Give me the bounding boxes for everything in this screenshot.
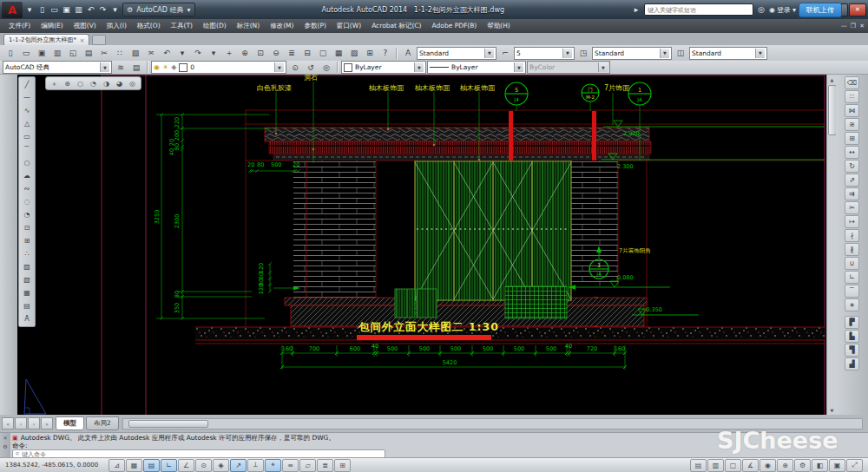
table-style-combo[interactable]: Standard▼ [689,47,767,60]
stretch-icon[interactable]: ⇉ [845,187,859,200]
menu-item[interactable]: 格式(O) [132,22,166,30]
workspace-combo[interactable]: ⚙ AutoCAD 经典 ▾ [122,3,195,16]
doc-restore-icon[interactable]: ❐ [851,23,856,30]
region-icon[interactable]: ▦ [20,286,34,299]
revcloud-icon[interactable]: ☁ [20,169,34,182]
file-tab-close-icon[interactable]: ✕ [80,37,84,43]
sheetset-manager-icon[interactable]: ▦ [331,46,346,60]
tool-palettes-icon[interactable]: ▢ [315,46,331,60]
linetype-combo[interactable]: ByLayer ▼ [427,61,526,74]
orbit-icon[interactable]: ◔ [88,78,99,89]
plot-preview-icon[interactable]: ◱ [65,46,81,60]
coordinate-readout[interactable]: 1384.5242, -485.0615, 0.0000 [5,462,108,469]
tab-last-button[interactable]: » [41,417,53,429]
annotation-visibility-button[interactable]: ◉ [760,459,776,472]
redo-icon[interactable]: ↷ [97,3,108,16]
menu-item[interactable]: 窗口(W) [332,22,366,30]
copy-icon[interactable]: ∷ [845,90,859,103]
rotate-icon[interactable]: ↻ [845,160,859,173]
hatch-icon[interactable]: ▨ [20,260,34,273]
color-combo[interactable]: ByLayer ▼ [341,61,426,74]
annotation-autoscale-button[interactable]: ⊕ [777,459,793,472]
table-icon[interactable]: ▤ [20,299,34,312]
clean-screen-button[interactable]: ⤢ [846,459,863,472]
layer-lock-icon[interactable]: ◈ [171,63,176,71]
layer-isolate-icon[interactable]: ◎ [319,61,334,75]
save-icon[interactable]: ▣ [34,46,49,60]
infocenter-arrow-icon[interactable]: ▸ [631,5,641,14]
command-grip[interactable]: ✕ ⚙ [0,433,10,458]
menu-item[interactable]: 标注(N) [232,22,265,30]
make-object-layer-current-icon[interactable]: ⊙ [287,61,303,75]
mleader-style-icon[interactable]: ◳ [575,46,591,60]
dim-style-icon[interactable]: ⌐ [497,46,513,60]
construction-line-icon[interactable]: — [20,91,34,104]
online-upload-button[interactable]: 联机上传 [799,3,842,17]
menu-item[interactable]: 文件(F) [3,22,36,30]
performance-button[interactable]: ▣ [829,459,845,472]
zoom-window-icon[interactable]: ⊡ [253,46,268,60]
offset-icon[interactable]: ≋ [845,118,859,131]
erase-icon[interactable]: ⌫ [845,76,859,89]
quickcalc-icon[interactable]: ⊞ [362,46,378,60]
model-space-button[interactable]: ▤ [690,459,707,472]
pan-icon[interactable]: ＋ [221,46,237,60]
command-tools-icon[interactable]: ⌗ [16,450,19,457]
object-snap-tracking-toggle[interactable]: ↗ [230,459,247,472]
dynamic-ucs-toggle[interactable]: ⟂ [247,459,264,472]
signin-button[interactable]: ◉ 登录 ▾ [769,5,796,15]
show-motion-icon[interactable]: ◕ [114,78,125,89]
zoom-extents-icon[interactable]: ⊕ [62,78,73,89]
table-style-icon[interactable]: ◫ [673,46,688,60]
markup-manager-icon[interactable]: ▨ [346,46,362,60]
menu-item[interactable]: 参数(P) [299,22,331,30]
menu-item[interactable]: 插入(I) [102,22,132,30]
open-icon[interactable]: ▭ [18,46,34,60]
qnew-icon[interactable]: ▯ [3,46,18,60]
layer-previous-icon[interactable]: ↺ [303,61,319,75]
open-icon[interactable]: ▭ [49,3,60,16]
model-tab[interactable]: 模型 [56,416,84,430]
search-input[interactable] [644,3,753,16]
lineweight-toggle[interactable]: ≡ [282,459,299,472]
logo-dropdown-icon[interactable]: ▾ [24,5,35,14]
menu-item[interactable]: 视图(V) [69,22,102,30]
layer-combo[interactable]: ◉ ☀ ◈ 0 ▼ [151,61,286,74]
tab-first-button[interactable]: « [2,417,14,429]
cut-icon[interactable]: ✂ [96,46,112,60]
menu-item[interactable]: Acrobat 标记(C) [366,22,426,30]
horizontal-scroll-thumb[interactable] [128,420,208,428]
full-nav-icon[interactable]: ◎ [127,78,138,89]
search-icon[interactable]: ◎ [756,5,766,14]
polar-tracking-toggle[interactable]: ∠ [178,459,194,472]
text-style-combo[interactable]: Standard▼ [417,47,496,60]
circle-icon[interactable]: ○ [20,156,34,169]
menu-item[interactable]: 帮助(H) [482,22,516,30]
menu-item[interactable]: Adobe PDF(B) [427,22,483,30]
polygon-icon[interactable]: △ [20,117,34,130]
pan-circle-icon[interactable]: ＋ [49,78,60,89]
quick-view-layouts-button[interactable]: ▥ [707,459,724,472]
polyline-icon[interactable]: ∿ [20,104,34,117]
annotation-scale-button[interactable]: ∡ [742,459,759,472]
bring-above-icon[interactable]: ▜ [845,344,859,357]
mleader-style-combo[interactable]: Standard▼ [592,47,672,60]
menu-item[interactable]: 绘图(D) [198,22,232,30]
match-properties-icon[interactable]: ≍ [143,46,159,60]
drawing-canvas[interactable]: 白色乳胶漆 洞石 柚木板饰面 柚木板饰面 柚木板饰面 7片饰面 7片装饰阳角 [17,75,826,415]
infer-constraints-toggle[interactable]: ⊿ [108,459,125,472]
spline-icon[interactable]: ∾ [20,182,34,195]
trim-icon[interactable]: ✂ [845,201,859,214]
mtext-icon[interactable]: A [20,312,34,325]
array-icon[interactable]: ⊞ [845,132,859,145]
designcenter-icon[interactable]: ⊟ [299,46,315,60]
publish-icon[interactable]: ▤ [81,46,96,60]
help-icon[interactable]: ? [378,46,393,60]
send-under-icon[interactable]: ▟ [845,357,859,370]
steering-icon[interactable]: ◑ [101,78,112,89]
insert-block-icon[interactable]: ⊡ [20,221,34,234]
object-snap-toggle[interactable]: ⊙ [195,459,212,472]
command-close-icon[interactable]: ✕ [3,435,7,441]
dynamic-input-toggle[interactable]: ⌖ [265,459,281,472]
tab-next-button[interactable]: › [28,417,40,429]
